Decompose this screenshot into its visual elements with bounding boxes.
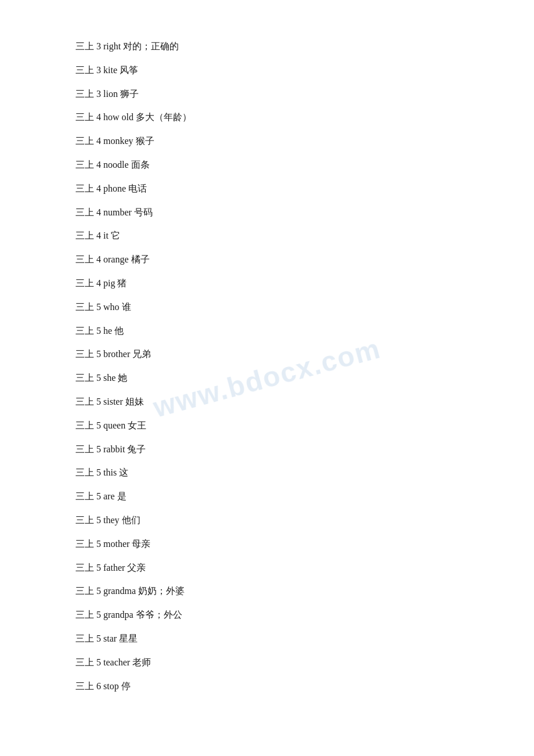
list-item: 三上 4 monkey 猴子 <box>75 129 459 153</box>
list-item: 三上 5 she 她 <box>75 366 459 390</box>
list-item: 三上 5 brother 兄弟 <box>75 343 459 366</box>
list-item: 三上 5 teacher 老师 <box>75 651 459 675</box>
list-item: 三上 5 who 谁 <box>75 296 459 319</box>
list-item: 三上 5 this 这 <box>75 461 459 485</box>
list-item: 三上 4 number 号码 <box>75 201 459 225</box>
list-item: 三上 5 they 他们 <box>75 509 459 532</box>
list-item: 三上 3 lion 狮子 <box>75 82 459 106</box>
list-item: 三上 5 father 父亲 <box>75 556 459 580</box>
list-item: 三上 4 it 它 <box>75 224 459 248</box>
list-item: 三上 4 orange 橘子 <box>75 248 459 272</box>
list-item: 三上 5 queen 女王 <box>75 414 459 438</box>
list-item: 三上 4 pig 猪 <box>75 272 459 296</box>
list-item: 三上 6 stop 停 <box>75 675 459 699</box>
list-item: 三上 5 he 他 <box>75 319 459 343</box>
vocab-list: 三上 3 right 对的；正确的三上 3 kite 风筝三上 3 lion 狮… <box>75 35 459 698</box>
list-item: 三上 5 sister 姐妹 <box>75 390 459 414</box>
list-item: 三上 5 mother 母亲 <box>75 532 459 556</box>
list-item: 三上 5 grandma 奶奶；外婆 <box>75 579 459 603</box>
list-item: 三上 3 right 对的；正确的 <box>75 35 459 59</box>
list-item: 三上 5 are 是 <box>75 485 459 509</box>
list-item: 三上 3 kite 风筝 <box>75 59 459 82</box>
list-item: 三上 5 rabbit 兔子 <box>75 438 459 462</box>
list-item: 三上 4 how old 多大（年龄） <box>75 106 459 129</box>
list-item: 三上 4 noodle 面条 <box>75 153 459 177</box>
list-item: 三上 5 grandpa 爷爷；外公 <box>75 603 459 627</box>
list-item: 三上 5 star 星星 <box>75 627 459 651</box>
list-item: 三上 4 phone 电话 <box>75 177 459 201</box>
